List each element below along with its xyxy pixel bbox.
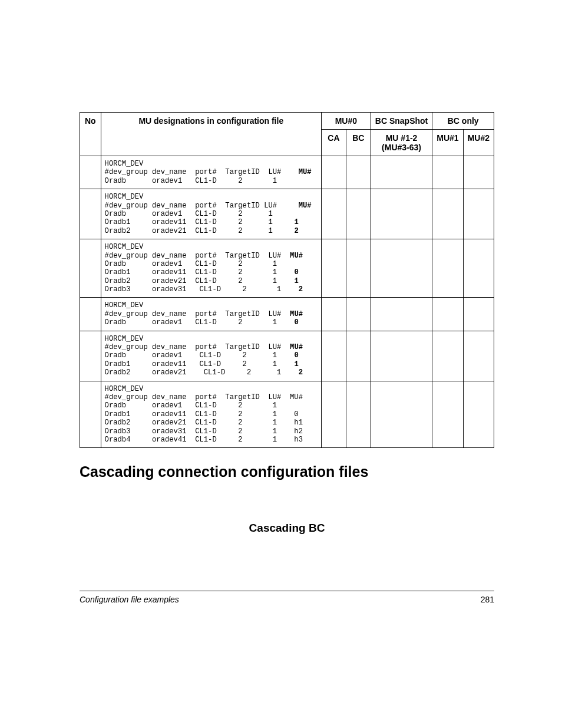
cell-empty [463,298,494,331]
th-mu0: MU#0 [322,113,371,130]
subsection-heading-cascading-bc: Cascading BC [80,522,494,535]
th-mu: MU designations in configuration file [101,113,321,156]
cell-empty [432,156,463,189]
cell-config-code: HORCM_DEV #dev_group dev_name port# Targ… [101,381,321,448]
cell-config-code: HORCM_DEV #dev_group dev_name port# Targ… [101,189,321,239]
th-mu12: MU #1-2 (MU#3-63) [371,130,432,156]
cell-empty [346,331,371,381]
cell-empty [432,298,463,331]
table-row: HORCM_DEV #dev_group dev_name port# Targ… [80,156,494,189]
cell-empty [463,156,494,189]
cell-empty [432,189,463,239]
cell-no [80,381,101,448]
table-row: HORCM_DEV #dev_group dev_name port# Targ… [80,381,494,448]
footer-rule [80,591,494,591]
cell-config-code: HORCM_DEV #dev_group dev_name port# Targ… [101,298,321,331]
page-footer: Configuration file examples 281 [80,591,494,604]
th-ca: CA [322,130,346,156]
cell-empty [322,298,346,331]
cell-config-code: HORCM_DEV #dev_group dev_name port# Targ… [101,156,321,189]
cell-config-code: HORCM_DEV #dev_group dev_name port# Targ… [101,239,321,298]
cell-empty [371,331,432,381]
cell-empty [371,298,432,331]
cell-empty [463,189,494,239]
cell-empty [322,239,346,298]
section-heading-cascading-files: Cascading connection configuration files [80,463,494,480]
footer-title: Configuration file examples [80,595,179,604]
th-mu1: MU#1 [432,130,463,156]
mu-designations-table: No MU designations in configuration file… [80,112,494,448]
cell-empty [346,298,371,331]
cell-empty [346,189,371,239]
th-no: No [80,113,101,156]
cell-empty [371,156,432,189]
cell-empty [346,239,371,298]
cell-no [80,239,101,298]
footer-page-number: 281 [481,595,494,604]
cell-empty [346,156,371,189]
table-row: HORCM_DEV #dev_group dev_name port# Targ… [80,189,494,239]
cell-empty [371,239,432,298]
cell-empty [371,381,432,448]
cell-config-code: HORCM_DEV #dev_group dev_name port# Targ… [101,331,321,381]
table-row: HORCM_DEV #dev_group dev_name port# Targ… [80,298,494,331]
cell-empty [346,381,371,448]
cell-empty [432,381,463,448]
cell-no [80,189,101,239]
cell-empty [322,381,346,448]
cell-empty [322,331,346,381]
th-mu2: MU#2 [463,130,494,156]
cell-empty [432,331,463,381]
th-snap: BC SnapShot [371,113,432,130]
table-row: HORCM_DEV #dev_group dev_name port# Targ… [80,331,494,381]
cell-no [80,156,101,189]
cell-no [80,298,101,331]
table-row: HORCM_DEV #dev_group dev_name port# Targ… [80,239,494,298]
cell-empty [463,239,494,298]
cell-empty [371,189,432,239]
cell-empty [432,239,463,298]
th-bc: BC [346,130,371,156]
cell-empty [463,331,494,381]
cell-no [80,331,101,381]
cell-empty [463,381,494,448]
th-bconly: BC only [432,113,494,130]
cell-empty [322,189,346,239]
cell-empty [322,156,346,189]
